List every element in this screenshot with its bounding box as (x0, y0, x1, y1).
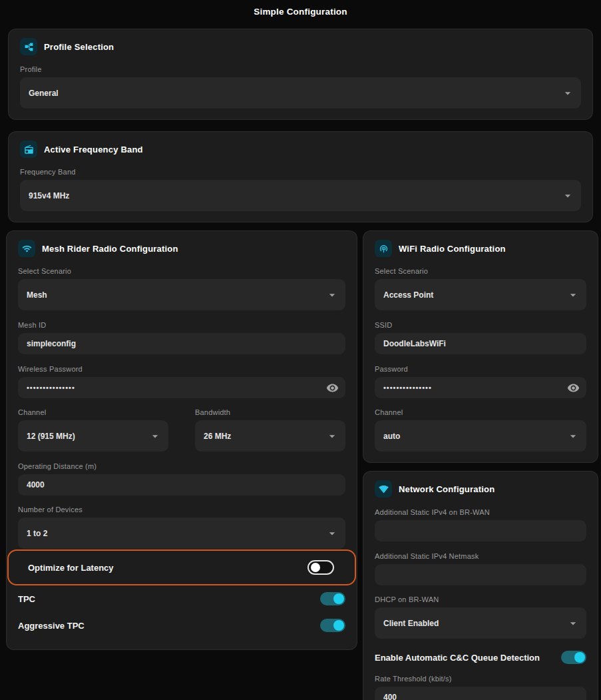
chevron-down-icon (148, 430, 162, 443)
network-card-header: Network Configuration (375, 480, 586, 498)
cc-queue-toggle[interactable] (561, 651, 586, 664)
chevron-down-icon (561, 87, 574, 100)
mesh-id-input[interactable] (27, 339, 339, 348)
mesh-scenario-label: Select Scenario (18, 267, 345, 275)
tpc-toggle[interactable] (320, 592, 345, 605)
network-config-card: Network Configuration Additional Static … (363, 471, 598, 700)
radio-icon (20, 141, 37, 158)
network-card-title: Network Configuration (399, 484, 495, 494)
aggressive-tpc-row: Aggressive TPC (18, 612, 345, 639)
wireless-password-label: Wireless Password (18, 365, 345, 373)
schema-icon (20, 38, 37, 55)
chevron-down-icon (325, 288, 339, 302)
wireless-password-inputbox (18, 377, 345, 398)
dhcp-select[interactable]: Client Enabled (375, 607, 586, 639)
aggressive-tpc-label: Aggressive TPC (18, 621, 85, 631)
profile-card-header: Profile Selection (20, 38, 581, 55)
operating-distance-label: Operating Distance (m) (18, 462, 345, 470)
mesh-id-label: Mesh ID (18, 321, 345, 329)
profile-select-value: General (29, 89, 59, 98)
signal-wifi-icon (375, 480, 392, 498)
operating-distance-input[interactable] (27, 480, 339, 490)
frequency-card-header: Active Frequency Band (20, 141, 581, 158)
static-netmask-label: Additional Static IPv4 Netmask (375, 552, 586, 560)
dhcp-label: DHCP on BR-WAN (375, 595, 586, 603)
number-of-devices-select-value: 1 to 2 (27, 529, 47, 538)
static-netmask-inputbox (375, 564, 586, 585)
rate-threshold-input[interactable] (383, 693, 580, 700)
operating-distance-inputbox (18, 474, 345, 496)
aggressive-tpc-toggle[interactable] (320, 619, 345, 632)
dhcp-select-value: Client Enabled (383, 619, 439, 628)
optimize-latency-row: Optimize for Latency (7, 549, 356, 585)
wifi-channel-select-value: auto (383, 432, 400, 441)
profile-card-title: Profile Selection (44, 42, 114, 52)
static-ipv4-inputbox (375, 520, 586, 541)
ssid-label: SSID (375, 321, 586, 329)
tpc-row: TPC (18, 585, 345, 612)
bandwidth-select[interactable]: 26 MHz (195, 420, 345, 452)
chevron-down-icon (325, 430, 339, 443)
cc-queue-row: Enable Automatic C&C Queue Detection (375, 644, 586, 671)
mesh-id-inputbox (18, 333, 345, 354)
wifi-channel-select[interactable]: auto (375, 420, 586, 452)
wifi-icon (18, 240, 35, 257)
wifi-password-inputbox (375, 377, 586, 398)
cc-queue-label: Enable Automatic C&C Queue Detection (375, 653, 540, 663)
chevron-down-icon (566, 430, 580, 443)
bandwidth-select-value: 26 MHz (204, 432, 231, 441)
rate-threshold-label: Rate Threshold (kbit/s) (375, 675, 586, 683)
wifi-tethering-icon (375, 240, 392, 257)
wifi-card-header: WiFi Radio Configuration (375, 240, 586, 257)
tpc-label: TPC (18, 594, 35, 604)
wifi-channel-label: Channel (375, 408, 586, 416)
channel-select[interactable]: 12 (915 MHz) (18, 420, 168, 452)
optimize-latency-toggle[interactable] (307, 560, 334, 575)
chevron-down-icon (566, 288, 580, 302)
channel-label: Channel (18, 408, 168, 416)
mesh-scenario-select-value: Mesh (27, 290, 47, 300)
mesh-scenario-select[interactable]: Mesh (18, 279, 345, 310)
mesh-card-header: Mesh Rider Radio Configuration (18, 240, 345, 257)
number-of-devices-label: Number of Devices (18, 506, 345, 514)
frequency-band-select-value: 915v4 MHz (29, 191, 69, 200)
rate-threshold-inputbox (375, 687, 586, 700)
frequency-band-label: Frequency Band (20, 168, 581, 176)
wifi-radio-card: WiFi Radio Configuration Select Scenario… (363, 230, 598, 463)
static-netmask-input[interactable] (383, 570, 580, 579)
chevron-down-icon (561, 189, 574, 202)
bandwidth-label: Bandwidth (195, 408, 345, 416)
profile-label: Profile (20, 65, 581, 73)
profile-select[interactable]: General (20, 77, 581, 109)
static-ipv4-input[interactable] (383, 526, 580, 535)
wifi-card-title: WiFi Radio Configuration (399, 244, 506, 254)
frequency-band-card: Active Frequency Band Frequency Band 915… (8, 131, 593, 222)
wifi-scenario-select-value: Access Point (383, 290, 433, 300)
chevron-down-icon (325, 527, 339, 540)
wireless-password-input[interactable] (27, 384, 326, 392)
optimize-latency-label: Optimize for Latency (28, 563, 114, 573)
profile-selection-card: Profile Selection Profile General (8, 29, 593, 120)
wifi-password-input[interactable] (383, 384, 567, 392)
chevron-down-icon (566, 617, 580, 630)
wifi-scenario-select[interactable]: Access Point (375, 279, 586, 310)
ssid-inputbox (375, 333, 586, 354)
wifi-password-label: Password (375, 365, 586, 373)
show-password-icon[interactable] (567, 382, 580, 394)
number-of-devices-select[interactable]: 1 to 2 (18, 518, 345, 549)
page-title: Simple Configuration (0, 0, 601, 17)
static-ipv4-label: Additional Static IPv4 on BR-WAN (375, 508, 586, 516)
mesh-rider-card: Mesh Rider Radio Configuration Select Sc… (6, 230, 357, 650)
frequency-band-select[interactable]: 915v4 MHz (20, 180, 581, 211)
mesh-card-title: Mesh Rider Radio Configuration (42, 244, 178, 254)
ssid-input[interactable] (383, 339, 580, 348)
show-password-icon[interactable] (326, 382, 339, 394)
channel-select-value: 12 (915 MHz) (27, 432, 75, 441)
frequency-card-title: Active Frequency Band (44, 145, 143, 155)
wifi-scenario-label: Select Scenario (375, 267, 586, 275)
